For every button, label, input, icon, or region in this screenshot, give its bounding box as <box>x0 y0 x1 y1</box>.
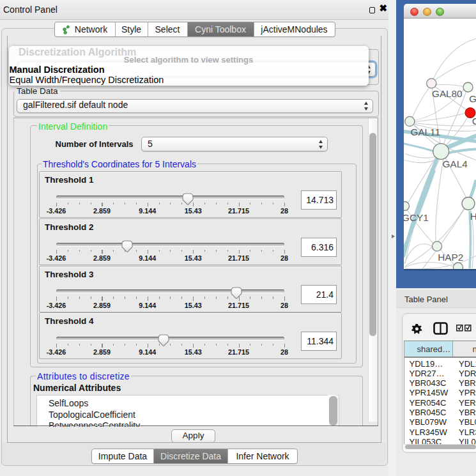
svg-text:GAL4: GAL4 <box>443 158 468 169</box>
svg-text:GAL80: GAL80 <box>432 88 463 99</box>
svg-text:GAL11: GAL11 <box>411 127 441 137</box>
svg-text:GAL80: GAL80 <box>469 93 476 104</box>
svg-text:CCC1: CCC1 <box>472 116 476 127</box>
svg-text:GCY1: GCY1 <box>404 212 429 223</box>
svg-text:HAP: HAP <box>470 211 476 222</box>
svg-text:HAP2: HAP2 <box>438 252 463 263</box>
